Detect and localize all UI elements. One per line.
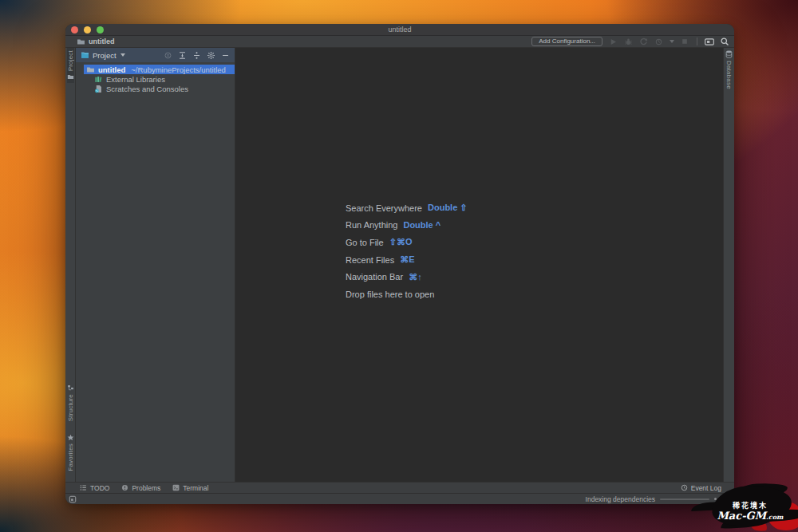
bottom-tabs: TODO Problems Terminal — [80, 484, 208, 492]
structure-icon — [67, 384, 74, 392]
left-stripe-bottom: Structure Favorites — [67, 382, 74, 474]
tool-stripe-structure[interactable]: Structure — [67, 382, 74, 424]
indexing-status-label: Indexing dependencies — [586, 495, 655, 503]
library-icon — [94, 75, 103, 84]
tree-item-name: Scratches and Consoles — [106, 85, 188, 93]
keyboard-shortcuts-hint: Search EverywhereDouble ⇧ Run AnythingDo… — [346, 199, 468, 303]
minimize-button[interactable] — [84, 26, 91, 33]
profiler-icon[interactable] — [654, 37, 663, 46]
breadcrumb-label: untitled — [89, 37, 115, 45]
database-icon — [725, 50, 733, 58]
window-title: untitled — [65, 26, 734, 33]
tool-stripe-terminal[interactable]: Terminal — [172, 484, 208, 492]
search-everywhere-icon[interactable] — [720, 37, 729, 46]
event-log-label: Event Log — [691, 484, 721, 492]
todo-list-icon — [80, 484, 87, 491]
project-tree: untitled ~/RubymineProjects/untitled Ext… — [76, 62, 235, 93]
collapse-all-icon[interactable] — [192, 51, 201, 60]
shortcut-row: Drop files here to open — [346, 286, 468, 303]
tool-stripe-project[interactable]: Project — [67, 48, 74, 83]
right-tool-stripe: Database — [723, 48, 734, 482]
project-panel-title-group[interactable]: Project — [81, 51, 125, 60]
tool-stripe-todo[interactable]: TODO — [80, 484, 109, 492]
tool-stripe-database[interactable]: Database — [725, 48, 733, 92]
close-button[interactable] — [71, 26, 78, 33]
project-panel-title: Project — [93, 51, 117, 60]
coverage-icon[interactable] — [638, 37, 648, 46]
project-panel-actions — [164, 51, 230, 60]
project-tool-window: Project — [76, 48, 235, 482]
project-view-icon — [81, 51, 89, 60]
bottom-tool-window-bar: TODO Problems Terminal — [65, 482, 734, 493]
locate-file-icon[interactable] — [164, 51, 172, 60]
tree-item-scratches[interactable]: Scratches and Consoles — [84, 84, 235, 93]
event-log-button[interactable]: Event Log — [681, 484, 721, 492]
editor-area[interactable]: Search EverywhereDouble ⇧ Run AnythingDo… — [235, 48, 723, 482]
folder-icon — [67, 73, 74, 81]
tool-stripe-problems-label: Problems — [132, 484, 160, 492]
zoom-button[interactable] — [97, 26, 104, 33]
breadcrumb[interactable]: untitled — [76, 37, 115, 46]
indexing-progress-bar — [660, 499, 709, 500]
project-panel-header: Project — [76, 48, 235, 62]
shortcut-row: Recent Files⌘E — [346, 251, 468, 269]
titlebar[interactable]: untitled — [65, 24, 734, 36]
window-body: Project Structure — [65, 48, 734, 482]
stop-icon[interactable] — [680, 37, 689, 46]
tool-stripe-favorites[interactable]: Favorites — [67, 432, 74, 474]
tool-window-switcher-icon[interactable] — [69, 495, 77, 503]
tree-item-external-libraries[interactable]: External Libraries — [84, 74, 235, 84]
tree-item-name: External Libraries — [106, 75, 165, 84]
chevron-down-icon — [120, 53, 125, 57]
tree-item-name: untitled — [98, 65, 125, 74]
debug-icon[interactable] — [623, 37, 633, 46]
gear-icon[interactable] — [207, 51, 215, 60]
problems-icon — [121, 484, 128, 491]
folder-icon — [76, 37, 85, 46]
shortcut-row: Run AnythingDouble ^ — [346, 217, 468, 234]
add-configuration-button[interactable]: Add Configuration... — [531, 37, 602, 46]
chevron-down-icon[interactable] — [670, 40, 674, 43]
tool-stripe-project-label: Project — [67, 50, 74, 71]
shortcut-row: Search EverywhereDouble ⇧ — [346, 199, 468, 217]
traffic-lights — [71, 26, 104, 33]
scratches-icon — [94, 85, 103, 93]
run-icon[interactable] — [608, 37, 618, 46]
toolbar-separator — [697, 37, 697, 45]
progress-cancel-icon[interactable] — [714, 498, 717, 500]
folder-icon — [86, 65, 95, 74]
rubymine-window: untitled untitled Add Configuration... — [65, 24, 734, 504]
tool-stripe-favorites-label: Favorites — [67, 443, 74, 471]
tool-stripe-terminal-label: Terminal — [183, 484, 208, 492]
star-icon — [67, 434, 74, 441]
tool-stripe-problems[interactable]: Problems — [121, 484, 160, 492]
shortcut-row: Navigation Bar⌘↑ — [346, 268, 468, 286]
tool-stripe-database-label: Database — [725, 61, 733, 89]
tool-stripe-todo-label: TODO — [90, 484, 109, 492]
tool-stripe-structure-label: Structure — [67, 394, 74, 421]
tree-item-untitled[interactable]: untitled ~/RubymineProjects/untitled — [84, 65, 235, 74]
left-tool-stripe: Project Structure — [65, 48, 76, 482]
event-log-icon — [681, 484, 688, 491]
status-bar: Indexing dependencies — [65, 493, 734, 504]
terminal-icon — [172, 484, 180, 491]
toolbar-right: Add Configuration... — [531, 37, 729, 46]
expand-all-icon[interactable] — [178, 51, 187, 60]
screen-view-icon[interactable] — [705, 37, 714, 46]
desktop: untitled untitled Add Configuration... — [0, 0, 798, 532]
tree-item-path: ~/RubymineProjects/untitled — [131, 65, 226, 74]
main-toolbar: untitled Add Configuration... — [65, 36, 734, 48]
resize-grip-icon[interactable] — [723, 495, 730, 502]
hide-panel-icon[interactable] — [221, 51, 230, 60]
shortcut-row: Go to File⇧⌘O — [346, 234, 468, 251]
